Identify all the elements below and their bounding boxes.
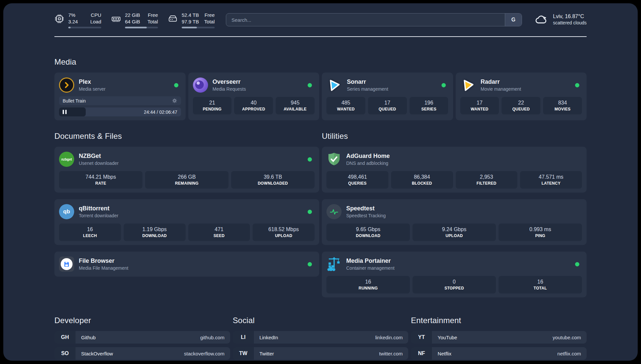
- speedtest-card[interactable]: Speedtest Speedtest Tracking 9.65 Gbps D…: [322, 199, 587, 245]
- link-url: twitter.com: [379, 351, 403, 356]
- nzbget-icon: nzbget: [59, 152, 74, 167]
- adguard-card[interactable]: AdGuard Home DNS and adblocking 498,461 …: [322, 147, 587, 193]
- app-name: AdGuard Home: [346, 152, 390, 160]
- cpu-load-label: Load: [90, 18, 101, 25]
- link-linkedin[interactable]: LI LinkedIn linkedin.com: [233, 331, 409, 344]
- link-name: LinkedIn: [259, 335, 278, 340]
- disk-icon: [168, 14, 178, 24]
- link-url: linkedin.com: [375, 335, 403, 340]
- search-engine-button[interactable]: G: [505, 14, 522, 26]
- link-name: Github: [81, 335, 96, 340]
- stat-download: 9.65 Gbps DOWNLOAD: [326, 224, 410, 241]
- cpu-usage-value: 7%: [68, 12, 78, 18]
- status-dot: [442, 83, 446, 87]
- dashboard-panel: 7% 3.24 CPU Load: [3, 3, 638, 361]
- speedtest-pulse-icon: [326, 204, 342, 219]
- app-name: NZBGet: [79, 152, 119, 160]
- stat-running: 16 RUNNING: [326, 276, 410, 293]
- status-dot: [308, 210, 312, 214]
- link-url: github.com: [200, 335, 224, 340]
- app-name: Speedtest: [346, 205, 386, 212]
- status-dot: [308, 83, 312, 87]
- playback-time: 24:44 / 02:06:47: [144, 109, 177, 115]
- stat-download: 1.19 Gbps DOWNLOAD: [124, 224, 186, 241]
- cpu-progress-bar: [68, 27, 101, 28]
- top-bar: 7% 3.24 CPU Load: [54, 3, 587, 28]
- link-twitter[interactable]: TW Twitter twitter.com: [233, 347, 409, 360]
- qbittorrent-card[interactable]: qb qBittorrent Torrent downloader 16 LEE…: [54, 199, 319, 245]
- sonarr-icon: [326, 76, 343, 94]
- portainer-card[interactable]: Media Portainer Container management 16 …: [322, 252, 587, 297]
- stat-movies: 834 MOVIES: [543, 97, 582, 114]
- cpu-stat-widget: 7% 3.24 CPU Load: [54, 12, 101, 28]
- link-name: StackOverflow: [81, 351, 113, 356]
- link-url: stackoverflow.com: [184, 351, 225, 356]
- app-name: Plex: [79, 78, 106, 85]
- link-badge: SO: [54, 347, 76, 360]
- nzbget-card[interactable]: nzbget NZBGet Usenet downloader 744.21 M…: [54, 147, 319, 193]
- stat-total: 16 TOTAL: [499, 276, 582, 293]
- filebrowser-card[interactable]: File Browser Media File Management: [54, 252, 319, 277]
- link-stackoverflow[interactable]: SO StackOverflow stackoverflow.com: [54, 347, 230, 360]
- radarr-card[interactable]: Radarr Movie management 17 WANTED 22 QUE…: [456, 73, 587, 120]
- stat-upload: 618.52 Mbps UPLOAD: [253, 224, 315, 241]
- stat-upload: 9.24 Gbps UPLOAD: [412, 224, 496, 241]
- stat-latency: 47.571 ms LATENCY: [520, 171, 582, 189]
- now-playing-title: Bullet Train: [63, 98, 86, 104]
- sonarr-card[interactable]: Sonarr Series management 485 WANTED 17 Q…: [322, 73, 453, 120]
- search-bar: G: [226, 13, 522, 26]
- stat-wanted: 17 WANTED: [460, 97, 499, 114]
- memory-total-label: Total: [147, 18, 158, 25]
- app-subtitle: DNS and adblocking: [346, 160, 390, 166]
- overseerr-card[interactable]: Overseerr Media Requests 21 PENDING 40 A…: [188, 73, 320, 120]
- qbittorrent-icon: qb: [59, 204, 74, 219]
- cpu-icon: [54, 14, 64, 24]
- memory-stat-widget: 22 GiB 64 GiB Free Total: [111, 12, 158, 28]
- search-input[interactable]: [226, 14, 505, 26]
- memory-free-value: 22 GiB: [125, 12, 140, 18]
- section-title-documents: Documents & Files: [54, 132, 319, 141]
- session-settings-icon[interactable]: [172, 98, 177, 104]
- section-title-utilities: Utilities: [322, 132, 587, 141]
- link-url: netflix.com: [557, 351, 581, 356]
- section-title-social: Social: [233, 316, 409, 325]
- stat-filtered: 2,953 FILTERED: [456, 171, 518, 189]
- stat-wanted: 485 WANTED: [326, 97, 365, 114]
- link-github[interactable]: GH Github github.com: [54, 331, 230, 344]
- link-badge: YT: [411, 331, 432, 344]
- storage-total-value: 97.9 TB: [182, 18, 199, 25]
- header-separator: [54, 36, 587, 37]
- app-subtitle: Torrent downloader: [79, 213, 118, 219]
- app-name: Sonarr: [347, 78, 388, 85]
- app-subtitle: Speedtest Tracking: [346, 213, 386, 219]
- stat-queued: 22 QUEUED: [502, 97, 540, 114]
- memory-icon: [111, 14, 121, 24]
- weather-widget: Lviv, 16.87°C scattered clouds: [534, 13, 587, 26]
- stat-ping: 0.993 ms PING: [499, 224, 582, 241]
- stat-downloaded: 39.6 TB DOWNLOADED: [231, 171, 315, 189]
- storage-free-value: 52.4 TB: [182, 12, 199, 18]
- plex-card[interactable]: Plex Media server Bullet Train: [54, 73, 186, 120]
- link-youtube[interactable]: YT YouTube youtube.com: [411, 331, 587, 344]
- link-badge: NF: [411, 347, 432, 360]
- app-subtitle: Media Requests: [213, 86, 246, 92]
- status-dot: [308, 262, 312, 266]
- app-name: Overseerr: [213, 78, 246, 85]
- plex-icon: [59, 77, 74, 93]
- app-subtitle: Container management: [346, 265, 394, 271]
- plex-now-playing: Bullet Train: [59, 96, 181, 116]
- cloud-icon: [534, 13, 548, 26]
- system-stats: 7% 3.24 CPU Load: [54, 12, 215, 28]
- stat-rate: 744.21 Mbps RATE: [59, 171, 142, 189]
- stat-blocked: 86,384 BLOCKED: [391, 171, 453, 189]
- stat-pending: 21 PENDING: [193, 97, 232, 114]
- pause-icon[interactable]: [63, 110, 67, 114]
- stat-queries: 498,461 QUERIES: [326, 171, 388, 189]
- link-url: youtube.com: [553, 335, 581, 340]
- app-name: File Browser: [79, 257, 128, 264]
- stat-leech: 16 LEECH: [59, 224, 121, 241]
- app-subtitle: Series management: [347, 86, 388, 92]
- link-netflix[interactable]: NF Netflix netflix.com: [411, 347, 587, 360]
- playback-progress-bar[interactable]: 24:44 / 02:06:47: [59, 107, 181, 116]
- cpu-load-value: 3.24: [68, 18, 78, 25]
